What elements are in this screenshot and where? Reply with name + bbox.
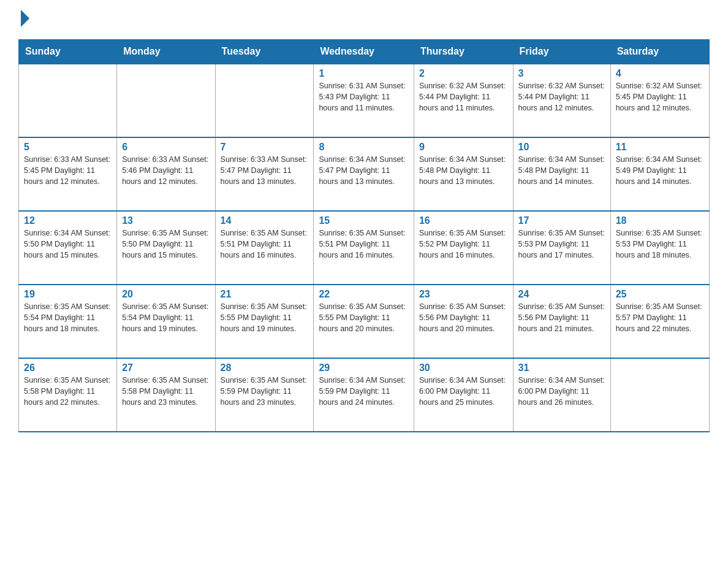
calendar-cell: 7Sunrise: 6:33 AM Sunset: 5:47 PM Daylig… xyxy=(215,137,314,211)
calendar-cell: 8Sunrise: 6:34 AM Sunset: 5:47 PM Daylig… xyxy=(314,137,414,211)
calendar-cell xyxy=(19,64,117,137)
day-number: 30 xyxy=(419,362,508,373)
day-info: Sunrise: 6:35 AM Sunset: 5:54 PM Dayligh… xyxy=(24,301,112,334)
calendar-cell: 23Sunrise: 6:35 AM Sunset: 5:56 PM Dayli… xyxy=(414,285,513,358)
calendar-cell: 10Sunrise: 6:34 AM Sunset: 5:48 PM Dayli… xyxy=(513,137,610,211)
day-number: 16 xyxy=(419,215,508,226)
logo-arrow-icon xyxy=(21,10,29,27)
day-info: Sunrise: 6:35 AM Sunset: 5:56 PM Dayligh… xyxy=(419,301,508,334)
day-info: Sunrise: 6:34 AM Sunset: 5:47 PM Dayligh… xyxy=(319,154,408,187)
day-header-thursday: Thursday xyxy=(414,40,513,64)
calendar-cell xyxy=(117,64,215,137)
day-info: Sunrise: 6:35 AM Sunset: 5:53 PM Dayligh… xyxy=(518,228,605,261)
calendar-cell: 22Sunrise: 6:35 AM Sunset: 5:55 PM Dayli… xyxy=(314,285,414,358)
day-number: 3 xyxy=(518,68,605,79)
calendar-cell: 4Sunrise: 6:32 AM Sunset: 5:45 PM Daylig… xyxy=(610,64,709,137)
calendar-cell: 21Sunrise: 6:35 AM Sunset: 5:55 PM Dayli… xyxy=(215,285,314,358)
day-info: Sunrise: 6:35 AM Sunset: 5:58 PM Dayligh… xyxy=(24,375,112,408)
calendar-cell: 16Sunrise: 6:35 AM Sunset: 5:52 PM Dayli… xyxy=(414,211,513,285)
day-header-tuesday: Tuesday xyxy=(215,40,314,64)
calendar-cell xyxy=(610,358,709,432)
day-info: Sunrise: 6:32 AM Sunset: 5:44 PM Dayligh… xyxy=(518,80,605,113)
day-number: 5 xyxy=(24,142,112,153)
calendar-cell: 29Sunrise: 6:34 AM Sunset: 5:59 PM Dayli… xyxy=(314,358,414,432)
day-number: 1 xyxy=(319,68,408,79)
day-info: Sunrise: 6:32 AM Sunset: 5:45 PM Dayligh… xyxy=(616,80,704,113)
calendar-cell: 24Sunrise: 6:35 AM Sunset: 5:56 PM Dayli… xyxy=(513,285,610,358)
calendar-cell: 20Sunrise: 6:35 AM Sunset: 5:54 PM Dayli… xyxy=(117,285,215,358)
day-info: Sunrise: 6:33 AM Sunset: 5:47 PM Dayligh… xyxy=(221,154,309,187)
day-number: 2 xyxy=(419,68,508,79)
calendar-week-row: 12Sunrise: 6:34 AM Sunset: 5:50 PM Dayli… xyxy=(19,211,710,285)
day-info: Sunrise: 6:35 AM Sunset: 5:51 PM Dayligh… xyxy=(319,228,408,261)
calendar-cell: 2Sunrise: 6:32 AM Sunset: 5:44 PM Daylig… xyxy=(414,64,513,137)
day-number: 21 xyxy=(221,289,309,300)
calendar-cell: 26Sunrise: 6:35 AM Sunset: 5:58 PM Dayli… xyxy=(19,358,117,432)
calendar-cell: 12Sunrise: 6:34 AM Sunset: 5:50 PM Dayli… xyxy=(19,211,117,285)
day-number: 11 xyxy=(616,142,704,153)
calendar-cell: 31Sunrise: 6:34 AM Sunset: 6:00 PM Dayli… xyxy=(513,358,610,432)
day-info: Sunrise: 6:35 AM Sunset: 5:57 PM Dayligh… xyxy=(616,301,704,334)
calendar-cell: 3Sunrise: 6:32 AM Sunset: 5:44 PM Daylig… xyxy=(513,64,610,137)
day-info: Sunrise: 6:35 AM Sunset: 5:58 PM Dayligh… xyxy=(122,375,210,408)
day-info: Sunrise: 6:35 AM Sunset: 5:53 PM Dayligh… xyxy=(616,228,704,261)
calendar-header-row: SundayMondayTuesdayWednesdayThursdayFrid… xyxy=(19,40,710,64)
day-number: 13 xyxy=(122,215,210,226)
day-header-sunday: Sunday xyxy=(19,40,117,64)
calendar-cell: 18Sunrise: 6:35 AM Sunset: 5:53 PM Dayli… xyxy=(610,211,709,285)
day-number: 28 xyxy=(221,362,309,373)
calendar-cell: 27Sunrise: 6:35 AM Sunset: 5:58 PM Dayli… xyxy=(117,358,215,432)
day-info: Sunrise: 6:35 AM Sunset: 5:55 PM Dayligh… xyxy=(221,301,309,334)
calendar-week-row: 19Sunrise: 6:35 AM Sunset: 5:54 PM Dayli… xyxy=(19,285,710,358)
day-info: Sunrise: 6:35 AM Sunset: 5:51 PM Dayligh… xyxy=(221,228,309,261)
day-info: Sunrise: 6:31 AM Sunset: 5:43 PM Dayligh… xyxy=(319,80,408,113)
calendar-cell: 9Sunrise: 6:34 AM Sunset: 5:48 PM Daylig… xyxy=(414,137,513,211)
calendar-cell xyxy=(215,64,314,137)
day-number: 25 xyxy=(616,289,704,300)
calendar-cell: 25Sunrise: 6:35 AM Sunset: 5:57 PM Dayli… xyxy=(610,285,709,358)
day-number: 8 xyxy=(319,142,408,153)
calendar-week-row: 1Sunrise: 6:31 AM Sunset: 5:43 PM Daylig… xyxy=(19,64,710,137)
calendar-cell: 19Sunrise: 6:35 AM Sunset: 5:54 PM Dayli… xyxy=(19,285,117,358)
calendar-cell: 13Sunrise: 6:35 AM Sunset: 5:50 PM Dayli… xyxy=(117,211,215,285)
day-info: Sunrise: 6:34 AM Sunset: 5:48 PM Dayligh… xyxy=(419,154,508,187)
day-number: 18 xyxy=(616,215,704,226)
day-number: 19 xyxy=(24,289,112,300)
page-header xyxy=(18,12,710,27)
calendar-table: SundayMondayTuesdayWednesdayThursdayFrid… xyxy=(18,39,710,432)
day-header-monday: Monday xyxy=(117,40,215,64)
day-header-saturday: Saturday xyxy=(610,40,709,64)
calendar-cell: 14Sunrise: 6:35 AM Sunset: 5:51 PM Dayli… xyxy=(215,211,314,285)
day-info: Sunrise: 6:34 AM Sunset: 5:49 PM Dayligh… xyxy=(616,154,704,187)
day-info: Sunrise: 6:32 AM Sunset: 5:44 PM Dayligh… xyxy=(419,80,508,113)
day-number: 17 xyxy=(518,215,605,226)
day-number: 26 xyxy=(24,362,112,373)
logo xyxy=(18,12,37,27)
day-number: 29 xyxy=(319,362,408,373)
calendar-week-row: 5Sunrise: 6:33 AM Sunset: 5:45 PM Daylig… xyxy=(19,137,710,211)
day-info: Sunrise: 6:35 AM Sunset: 5:54 PM Dayligh… xyxy=(122,301,210,334)
day-number: 12 xyxy=(24,215,112,226)
day-number: 4 xyxy=(616,68,704,79)
day-info: Sunrise: 6:35 AM Sunset: 5:59 PM Dayligh… xyxy=(221,375,309,408)
day-info: Sunrise: 6:33 AM Sunset: 5:46 PM Dayligh… xyxy=(122,154,210,187)
day-number: 6 xyxy=(122,142,210,153)
day-info: Sunrise: 6:34 AM Sunset: 5:48 PM Dayligh… xyxy=(518,154,605,187)
calendar-cell: 11Sunrise: 6:34 AM Sunset: 5:49 PM Dayli… xyxy=(610,137,709,211)
day-number: 14 xyxy=(221,215,309,226)
calendar-week-row: 26Sunrise: 6:35 AM Sunset: 5:58 PM Dayli… xyxy=(19,358,710,432)
day-number: 20 xyxy=(122,289,210,300)
day-number: 23 xyxy=(419,289,508,300)
day-info: Sunrise: 6:35 AM Sunset: 5:50 PM Dayligh… xyxy=(122,228,210,261)
day-number: 27 xyxy=(122,362,210,373)
day-number: 9 xyxy=(419,142,508,153)
day-info: Sunrise: 6:35 AM Sunset: 5:52 PM Dayligh… xyxy=(419,228,508,261)
day-number: 10 xyxy=(518,142,605,153)
day-number: 31 xyxy=(518,362,605,373)
day-number: 22 xyxy=(319,289,408,300)
day-number: 7 xyxy=(221,142,309,153)
day-info: Sunrise: 6:33 AM Sunset: 5:45 PM Dayligh… xyxy=(24,154,112,187)
day-header-friday: Friday xyxy=(513,40,610,64)
day-info: Sunrise: 6:34 AM Sunset: 6:00 PM Dayligh… xyxy=(419,375,508,408)
day-info: Sunrise: 6:35 AM Sunset: 5:56 PM Dayligh… xyxy=(518,301,605,334)
